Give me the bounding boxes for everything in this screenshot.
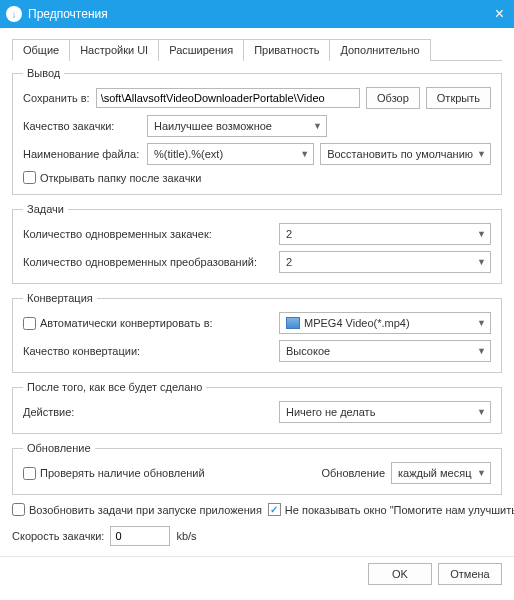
action-select[interactable]: Ничего не делать ▼ <box>279 401 491 423</box>
label-help-window: Не показывать окно "Помогите нам улучшит… <box>285 504 514 516</box>
update-select[interactable]: каждый месяц ▼ <box>391 462 491 484</box>
label-sim-downloads: Количество одновременных закачек: <box>23 228 273 240</box>
chevron-down-icon: ▼ <box>477 257 486 267</box>
chevron-down-icon: ▼ <box>477 346 486 356</box>
app-icon: ↓ <box>6 6 22 22</box>
chevron-down-icon: ▼ <box>313 121 322 131</box>
convert-quality-select[interactable]: Высокое ▼ <box>279 340 491 362</box>
tab-ui[interactable]: Настройки UI <box>69 39 159 61</box>
group-tasks: Задачи Количество одновременных закачек:… <box>12 203 502 284</box>
save-in-input[interactable] <box>96 88 360 108</box>
open-folder-checkbox[interactable] <box>23 171 36 184</box>
speed-input[interactable] <box>110 526 170 546</box>
tab-general[interactable]: Общие <box>12 39 70 61</box>
open-button[interactable]: Открыть <box>426 87 491 109</box>
sim-convert-select[interactable]: 2 ▼ <box>279 251 491 273</box>
label-action: Действие: <box>23 406 273 418</box>
window-title: Предпочтения <box>28 7 491 21</box>
tab-extensions[interactable]: Расширения <box>158 39 244 61</box>
chevron-down-icon: ▼ <box>477 149 486 159</box>
group-after: После того, как все будет сделано Действ… <box>12 381 502 434</box>
label-speed: Скорость закачки: <box>12 530 104 542</box>
check-updates-checkbox[interactable] <box>23 467 36 480</box>
ok-button[interactable]: OK <box>368 563 432 585</box>
restore-default-select[interactable]: Восстановить по умолчанию ▼ <box>320 143 491 165</box>
chevron-down-icon: ▼ <box>477 468 486 478</box>
legend-convert: Конвертация <box>23 292 97 304</box>
close-icon[interactable]: × <box>491 5 508 23</box>
tab-privacy[interactable]: Приватность <box>243 39 330 61</box>
tab-advanced[interactable]: Дополнительно <box>329 39 430 61</box>
resume-tasks-checkbox[interactable] <box>12 503 25 516</box>
label-save-in: Сохранить в: <box>23 92 90 104</box>
footer: OK Отмена <box>0 556 514 595</box>
group-output: Вывод Сохранить в: Обзор Открыть Качеств… <box>12 67 502 195</box>
label-speed-unit: kb/s <box>176 530 196 542</box>
chevron-down-icon: ▼ <box>477 229 486 239</box>
label-name: Наименование файла: <box>23 148 141 160</box>
chevron-down-icon: ▼ <box>477 318 486 328</box>
label-open-folder: Открывать папку после закачки <box>40 172 201 184</box>
help-window-checkbox[interactable]: ✓ <box>268 503 281 516</box>
browse-button[interactable]: Обзор <box>366 87 420 109</box>
chevron-down-icon: ▼ <box>300 149 309 159</box>
mp4-icon <box>286 317 300 329</box>
legend-tasks: Задачи <box>23 203 68 215</box>
label-quality: Качество закачки: <box>23 120 141 132</box>
titlebar: ↓ Предпочтения × <box>0 0 514 28</box>
label-sim-convert: Количество одновременных преобразований: <box>23 256 273 268</box>
quality-select[interactable]: Наилучшее возможное ▼ <box>147 115 327 137</box>
label-convert-quality: Качество конвертации: <box>23 345 273 357</box>
chevron-down-icon: ▼ <box>477 407 486 417</box>
convert-format-select[interactable]: MPEG4 Video(*.mp4) ▼ <box>279 312 491 334</box>
group-convert: Конвертация Автоматически конвертировать… <box>12 292 502 373</box>
label-auto-convert: Автоматически конвертировать в: <box>40 317 213 329</box>
auto-convert-checkbox[interactable] <box>23 317 36 330</box>
sim-downloads-select[interactable]: 2 ▼ <box>279 223 491 245</box>
legend-output: Вывод <box>23 67 64 79</box>
label-update: Обновление <box>321 467 385 479</box>
legend-update: Обновление <box>23 442 95 454</box>
legend-after: После того, как все будет сделано <box>23 381 206 393</box>
name-select[interactable]: %(title).%(ext) ▼ <box>147 143 314 165</box>
cancel-button[interactable]: Отмена <box>438 563 502 585</box>
tab-bar: Общие Настройки UI Расширения Приватност… <box>12 38 502 61</box>
label-resume-tasks: Возобновить задачи при запуске приложени… <box>29 504 262 516</box>
group-update: Обновление Проверять наличие обновлений … <box>12 442 502 495</box>
label-check-updates: Проверять наличие обновлений <box>40 467 205 479</box>
